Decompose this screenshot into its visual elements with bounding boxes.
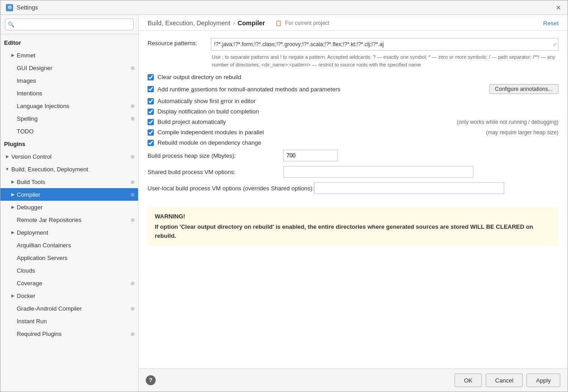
checkbox-runtime-assertions: Add runtime assertions for notnull-annot…	[148, 84, 558, 94]
breadcrumb-project: 📋 For current project	[275, 20, 329, 26]
sidebar-item-required-plugins[interactable]: Required Plugins ⊞	[0, 327, 138, 340]
spacer	[10, 305, 16, 312]
expand-icon[interactable]: ⤢	[553, 42, 557, 47]
user-local-vm-row: User-local build process VM options (ove…	[148, 182, 558, 194]
cancel-button[interactable]: Cancel	[486, 373, 523, 387]
checkbox-assertions-input[interactable]	[148, 86, 154, 92]
breadcrumb-current: Compiler	[238, 19, 265, 27]
sidebar-item-gui-designer[interactable]: GUI Designer ⊞	[0, 61, 138, 74]
sidebar-item-label: GUI Designer	[17, 65, 129, 71]
reset-link[interactable]: Reset	[543, 20, 558, 27]
resource-patterns-input[interactable]	[211, 38, 558, 51]
sidebar: 🔍 Editor ▶ Emmet GUI Designer ⊞	[0, 15, 138, 392]
checkbox-notification-label: Display notification on build completion	[158, 108, 558, 115]
sidebar-item-compiler[interactable]: ▶ Compiler ⊞	[0, 188, 138, 201]
sidebar-item-spelling[interactable]: Spelling ⊞	[0, 112, 138, 125]
search-input[interactable]	[5, 19, 134, 30]
checkbox-rebuild-module: Rebuild module on dependency change	[148, 139, 558, 146]
settings-icon: ⊞	[131, 104, 134, 109]
sidebar-item-plugins[interactable]: Plugins	[0, 137, 138, 150]
spacer	[10, 280, 16, 286]
window-title: Settings	[17, 4, 38, 11]
ok-button[interactable]: OK	[454, 373, 482, 387]
help-button[interactable]: ?	[146, 375, 156, 385]
checkbox-notification-input[interactable]	[148, 109, 154, 115]
arrow-icon: ▶	[10, 191, 16, 198]
hint-text: Use ; to separate patterns and ! to nega…	[212, 53, 558, 68]
close-button[interactable]: ✕	[555, 4, 562, 11]
shared-vm-label: Shared build process VM options:	[148, 169, 283, 175]
checkbox-notification-build: Display notification on build completion	[148, 108, 558, 115]
sidebar-item-label: Emmet	[17, 52, 134, 59]
checkbox-clear-output-input[interactable]	[148, 74, 154, 80]
spacer	[10, 331, 16, 337]
sidebar-item-label: Language Injections	[17, 103, 129, 109]
sidebar-item-coverage[interactable]: Coverage ⊞	[0, 277, 138, 289]
warning-text: If option 'Clear output directory on reb…	[155, 222, 551, 240]
apply-button[interactable]: Apply	[526, 373, 560, 387]
sidebar-item-label: Clouds	[17, 267, 134, 274]
sidebar-item-images[interactable]: Images	[0, 74, 138, 87]
spacer	[10, 318, 16, 324]
search-icon: 🔍	[8, 21, 14, 28]
sidebar-item-emmet[interactable]: ▶ Emmet	[0, 49, 138, 61]
checkbox-build-auto: Build project automatically (only works …	[148, 118, 558, 125]
sidebar-item-label: Build Tools	[17, 179, 129, 185]
spacer	[10, 90, 16, 96]
checkbox-rebuild-module-input[interactable]	[148, 140, 154, 146]
search-box: 🔍	[0, 15, 138, 34]
sidebar-item-build-tools[interactable]: ▶ Build Tools ⊞	[0, 175, 138, 188]
spacer	[10, 65, 16, 71]
sidebar-item-label: Compiler	[17, 191, 129, 198]
shared-vm-input[interactable]	[283, 166, 473, 178]
warning-box: WARNING! If option 'Clear output directo…	[148, 208, 558, 246]
bottom-left: ?	[146, 375, 156, 385]
checkbox-build-auto-input[interactable]	[148, 119, 154, 125]
sidebar-item-build-exec-deploy[interactable]: ▼ Build, Execution, Deployment	[0, 163, 138, 175]
sidebar-item-language-injections[interactable]: Language Injections ⊞	[0, 99, 138, 112]
checkbox-build-auto-label: Build project automatically	[158, 118, 448, 125]
checkbox-show-first-error: Automatically show first error in editor	[148, 98, 558, 104]
sidebar-item-label: Version Control	[11, 153, 129, 160]
sidebar-item-label: Images	[17, 77, 134, 84]
heap-size-input[interactable]	[283, 150, 338, 161]
sidebar-item-instant-run[interactable]: Instant Run	[0, 315, 138, 327]
sidebar-item-clouds[interactable]: Clouds	[0, 264, 138, 277]
bottom-bar: ? OK Cancel Apply	[138, 368, 568, 392]
settings-icon: ⊞	[131, 331, 134, 336]
spacer	[10, 255, 16, 261]
sidebar-item-version-control[interactable]: ▶ Version Control ⊞	[0, 150, 138, 163]
app-icon: ⚙	[6, 4, 13, 11]
sidebar-item-application-servers[interactable]: Application Servers	[0, 251, 138, 264]
configure-annotations-button[interactable]: Configure annotations...	[489, 84, 558, 94]
checkbox-assertions-label: Add runtime assertions for notnull-annot…	[158, 86, 485, 93]
sidebar-item-deployment[interactable]: ▶ Deployment	[0, 226, 138, 239]
sidebar-item-label: Editor	[4, 39, 134, 46]
search-wrapper: 🔍	[5, 19, 134, 30]
settings-content: Resource patterns: ⤢ Use ; to separate p…	[138, 31, 568, 368]
checkbox-compile-parallel: Compile independent modules in parallel …	[148, 129, 558, 136]
sidebar-item-label: Debugger	[17, 204, 134, 211]
breadcrumb-bar: Build, Execution, Deployment › Compiler …	[138, 15, 568, 31]
sidebar-item-debugger[interactable]: ▶ Debugger	[0, 201, 138, 213]
main-content: 🔍 Editor ▶ Emmet GUI Designer ⊞	[0, 15, 568, 392]
spacer	[10, 242, 16, 248]
sidebar-item-docker[interactable]: ▶ Docker	[0, 289, 138, 302]
sidebar-item-intentions[interactable]: Intentions	[0, 87, 138, 99]
spacer	[10, 217, 16, 223]
sidebar-item-label: Gradle-Android Compiler	[17, 305, 129, 312]
checkbox-first-error-input[interactable]	[148, 98, 154, 104]
arrow-icon: ▶	[10, 204, 16, 210]
checkbox-compile-parallel-input[interactable]	[148, 129, 154, 136]
sidebar-item-editor[interactable]: Editor	[0, 36, 138, 49]
sidebar-item-label: Arquillian Containers	[17, 242, 134, 249]
breadcrumb-separator: ›	[233, 20, 235, 26]
sidebar-item-gradle-android-compiler[interactable]: Gradle-Android Compiler ⊞	[0, 302, 138, 315]
sidebar-item-remote-jar-repos[interactable]: Remote Jar Repositories ⊞	[0, 213, 138, 226]
sidebar-item-label: Intentions	[17, 90, 134, 97]
sidebar-item-label: TODO	[17, 128, 134, 135]
user-local-vm-input[interactable]	[314, 182, 504, 194]
checkbox-first-error-label: Automatically show first error in editor	[158, 98, 558, 104]
sidebar-item-arquillian-containers[interactable]: Arquillian Containers	[0, 239, 138, 251]
sidebar-item-todo[interactable]: TODO	[0, 125, 138, 137]
